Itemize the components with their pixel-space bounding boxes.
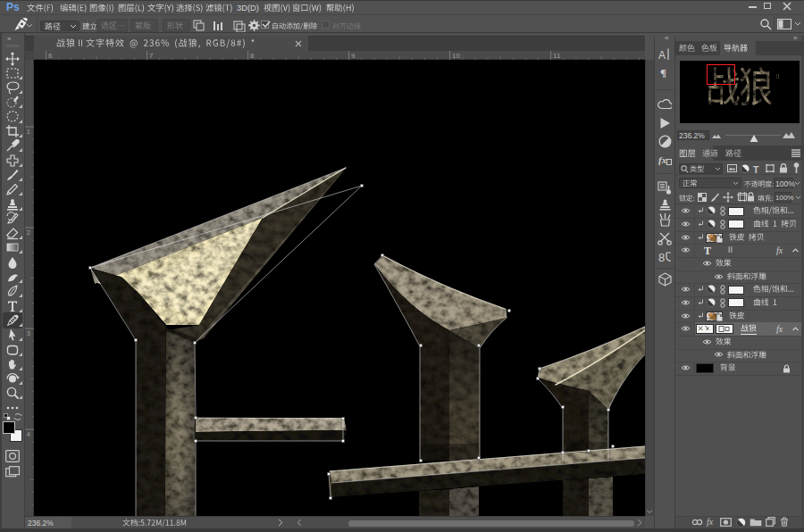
svg-text:fx: fx xyxy=(658,154,667,165)
svg-text:¶: ¶ xyxy=(660,66,666,78)
svg-text:A: A xyxy=(658,49,666,62)
svg-text:8: 8 xyxy=(658,251,665,264)
svg-text:T: T xyxy=(704,245,711,256)
